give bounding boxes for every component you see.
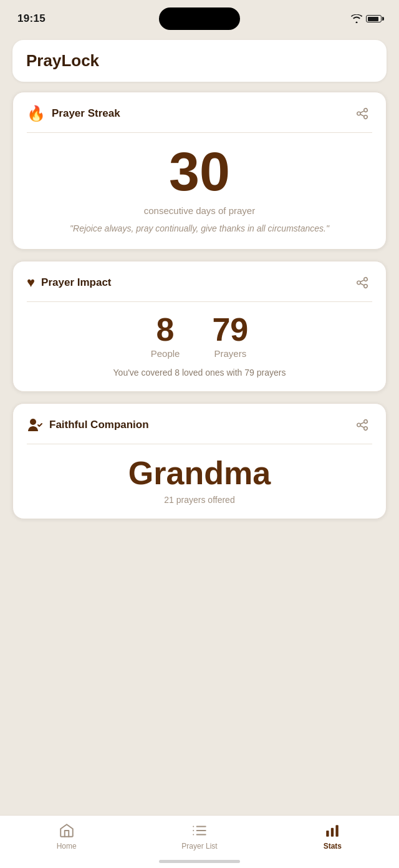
nav-prayer-list[interactable]: Prayer List [175,822,224,851]
companion-subtitle: 21 prayers offered [27,495,372,505]
impact-description: You've covered 8 loved ones with 79 pray… [27,368,372,378]
svg-point-0 [30,419,36,425]
faithful-companion-card: Faithful Companion Grandma 21 prayers of… [12,403,387,519]
dynamic-island [159,7,240,30]
streak-header-left: 🔥 Prayer Streak [27,105,120,122]
svg-rect-8 [331,828,334,837]
impact-card-title: Prayer Impact [41,276,111,289]
home-nav-icon [58,822,75,839]
home-nav-label: Home [57,842,77,851]
streak-card-header: 🔥 Prayer Streak [27,104,372,124]
nav-stats[interactable]: Stats [307,822,357,851]
header-card: PrayLock [12,40,387,82]
companion-header-left: Faithful Companion [27,417,149,432]
people-stat: 8 People [151,313,180,359]
companion-card-header: Faithful Companion [27,415,372,435]
wifi-icon [351,14,362,23]
companion-share-button[interactable] [352,415,372,435]
impact-card-header: ♥ Prayer Impact [27,273,372,293]
battery-icon [366,15,382,22]
companion-card-title: Faithful Companion [49,419,149,431]
streak-number: 30 [27,144,372,199]
heart-icon: ♥ [27,275,35,291]
stats-nav-label: Stats [324,842,342,851]
impact-share-button[interactable] [352,273,372,293]
status-icons [351,14,382,23]
streak-share-button[interactable] [352,104,372,124]
impact-header-left: ♥ Prayer Impact [27,275,112,291]
companion-name: Grandma [27,456,372,491]
streak-subtitle: consecutive days of prayer [27,205,372,216]
people-label: People [151,348,180,359]
nav-home[interactable]: Home [42,822,92,851]
streak-divider [27,132,372,133]
person-check-icon [27,417,43,432]
companion-divider [27,444,372,444]
share-icon [355,276,369,290]
prayer-list-nav-icon [191,822,208,839]
app-title: PrayLock [26,51,99,70]
impact-divider [27,301,372,302]
impact-stats: 8 People 79 Prayers [27,313,372,359]
prayer-list-nav-label: Prayer List [181,842,217,851]
prayers-stat: 79 Prayers [212,313,248,359]
stats-nav-icon [324,822,341,839]
prayer-streak-card: 🔥 Prayer Streak 30 consecutive days of p… [12,92,387,250]
fire-icon: 🔥 [27,105,46,122]
prayers-label: Prayers [212,348,248,359]
svg-rect-7 [327,831,329,837]
streak-quote: "Rejoice always, pray continually, give … [27,222,372,235]
prayers-count: 79 [212,313,248,346]
svg-rect-9 [336,825,339,836]
share-icon [355,418,369,432]
people-count: 8 [151,313,180,346]
home-indicator [159,860,240,863]
status-time: 19:15 [17,12,46,25]
share-icon [355,107,369,120]
prayer-impact-card: ♥ Prayer Impact 8 People 79 Prayers You'… [12,261,387,392]
streak-card-title: Prayer Streak [52,107,120,120]
